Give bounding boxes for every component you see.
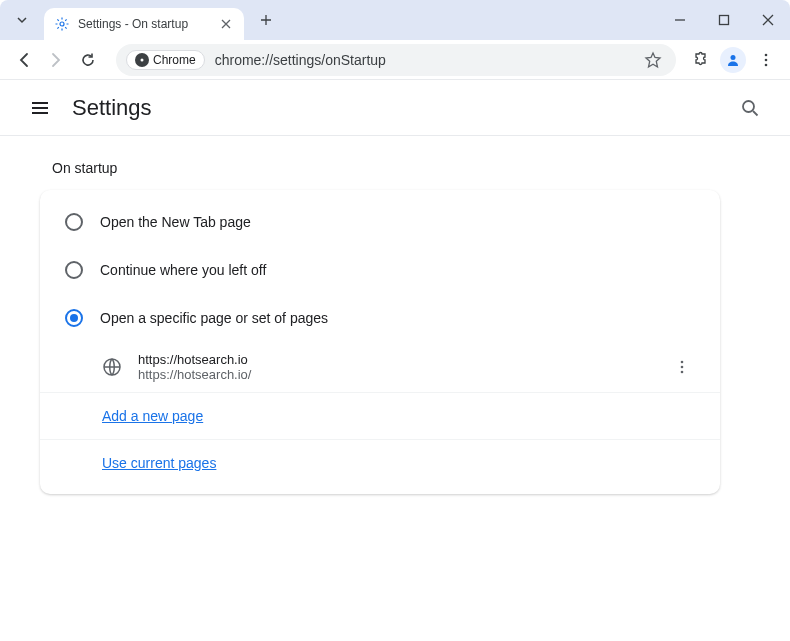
radio-label: Continue where you left off [100,262,266,278]
browser-tab[interactable]: Settings - On startup [44,8,244,40]
svg-point-5 [765,58,768,61]
plus-icon [260,14,272,26]
new-tab-button[interactable] [252,6,280,34]
hamburger-icon [30,98,50,118]
arrow-left-icon [15,51,33,69]
svg-point-9 [66,262,82,278]
dots-vertical-icon [674,359,690,375]
page-texts: https://hotsearch.io https://hotsearch.i… [138,352,668,382]
add-page-link[interactable]: Add a new page [102,408,203,424]
chrome-menu-button[interactable] [750,44,782,76]
use-current-link[interactable]: Use current pages [102,455,216,471]
arrow-right-icon [47,51,65,69]
chevron-down-icon [16,14,28,26]
radio-specific-pages[interactable]: Open a specific page or set of pages [40,294,720,342]
minimize-icon [674,14,686,26]
menu-button[interactable] [20,88,60,128]
radio-label: Open the New Tab page [100,214,251,230]
back-button[interactable] [8,44,40,76]
settings-header: Settings [0,80,790,136]
svg-point-7 [743,101,754,112]
maximize-icon [718,14,730,26]
person-icon [724,51,742,69]
address-bar[interactable]: Chrome chrome://settings/onStartup [116,44,676,76]
minimize-button[interactable] [658,0,702,40]
dots-vertical-icon [758,52,774,68]
tab-search-dropdown[interactable] [8,6,36,34]
close-icon [762,14,774,26]
chrome-chip: Chrome [126,50,205,70]
page-title: Settings [72,95,152,121]
svg-point-13 [681,361,684,364]
radio-checked-icon [64,308,84,328]
profile-button[interactable] [720,47,746,73]
globe-icon [102,357,122,377]
page-url-text: https://hotsearch.io/ [138,367,668,382]
startup-page-row: https://hotsearch.io https://hotsearch.i… [40,342,720,393]
section-title: On startup [52,160,750,176]
browser-toolbar: Chrome chrome://settings/onStartup [0,40,790,80]
page-title-text: https://hotsearch.io [138,352,668,367]
svg-point-0 [60,22,64,26]
url-text: chrome://settings/onStartup [215,52,386,68]
radio-continue[interactable]: Continue where you left off [40,246,720,294]
svg-point-4 [765,53,768,56]
chrome-logo-icon [135,53,149,67]
puzzle-icon [691,51,709,69]
window-controls [658,0,790,40]
title-bar: Settings - On startup [0,0,790,40]
svg-point-2 [141,58,144,61]
page-item-menu[interactable] [668,353,696,381]
maximize-button[interactable] [702,0,746,40]
svg-point-15 [681,371,684,374]
radio-unchecked-icon [64,260,84,280]
bookmark-button[interactable] [640,47,666,73]
reload-button[interactable] [72,44,104,76]
svg-point-3 [731,55,736,60]
search-icon [740,98,760,118]
radio-open-new-tab[interactable]: Open the New Tab page [40,198,720,246]
svg-point-8 [66,214,82,230]
use-current-row: Use current pages [40,440,720,486]
close-icon[interactable] [218,16,234,32]
svg-point-14 [681,366,684,369]
reload-icon [79,51,97,69]
main-content: On startup Open the New Tab page Continu… [0,136,790,518]
svg-point-11 [70,314,78,322]
extensions-button[interactable] [684,44,716,76]
svg-rect-1 [720,16,729,25]
star-icon [644,51,662,69]
radio-unchecked-icon [64,212,84,232]
chrome-chip-label: Chrome [153,53,196,67]
tab-title: Settings - On startup [78,17,210,31]
add-page-row: Add a new page [40,393,720,440]
forward-button[interactable] [40,44,72,76]
radio-label: Open a specific page or set of pages [100,310,328,326]
close-window-button[interactable] [746,0,790,40]
search-settings-button[interactable] [730,88,770,128]
svg-point-6 [765,63,768,66]
gear-icon [54,16,70,32]
startup-card: Open the New Tab page Continue where you… [40,190,720,494]
